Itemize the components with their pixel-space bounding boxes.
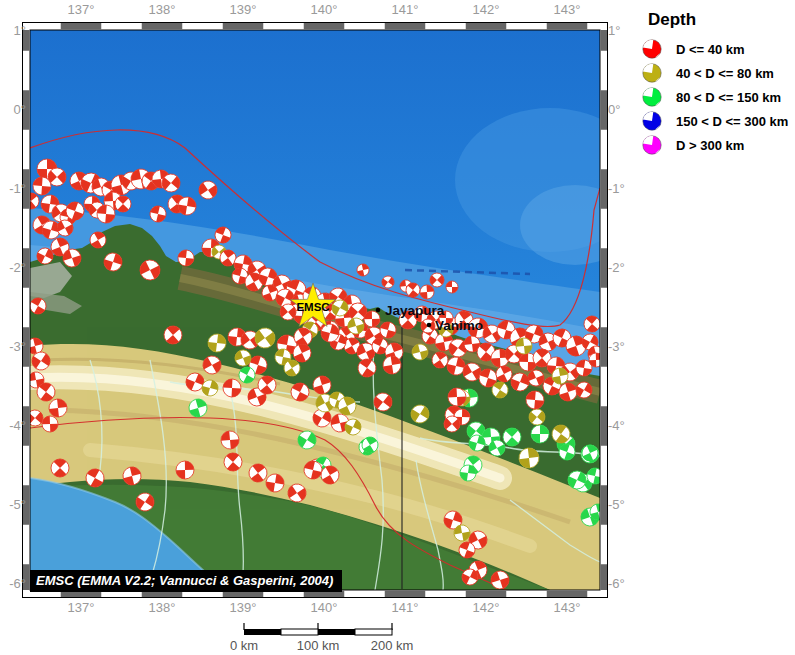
focal-mechanism [42, 416, 59, 433]
scale-label-100: 100 km [297, 638, 340, 653]
lon-tick-top: 142° [473, 2, 500, 17]
focal-mechanism [176, 461, 194, 479]
focal-mechanism [448, 388, 467, 407]
lat-tick-left: -5° [0, 497, 26, 512]
scale-label-0: 0 km [230, 638, 258, 653]
lat-tick-left: 0° [0, 102, 26, 117]
lon-tick-bottom: 143° [554, 600, 581, 615]
lat-tick-left: -1° [0, 181, 26, 196]
frame-segment [601, 327, 607, 367]
legend-item-label: D > 300 km [676, 138, 744, 153]
attribution-box: EMSC (EMMA V2.2; Vannucci & Gasperini, 2… [30, 570, 342, 592]
lon-tick-top: 139° [230, 2, 257, 17]
legend-item: D <= 40 km [638, 37, 795, 61]
frame-segment [466, 591, 507, 597]
depth-ball-icon [641, 38, 663, 60]
legend-title: Depth [648, 10, 795, 30]
lat-tick-right: 1° [608, 23, 642, 38]
depth-legend: Depth D <= 40 km40 < D <= 80 km80 < D <=… [638, 10, 795, 157]
frame-segment [466, 23, 507, 29]
frame-segment [385, 591, 426, 597]
legend-item: 40 < D <= 80 km [638, 61, 795, 85]
lat-tick-right: -4° [608, 418, 642, 433]
legend-item: 80 < D <= 150 km [638, 85, 795, 109]
lat-tick-right: -6° [608, 576, 642, 591]
lat-tick-left: -6° [0, 576, 26, 591]
lon-tick-bottom: 140° [311, 600, 338, 615]
legend-item-label: D <= 40 km [676, 42, 745, 57]
legend-item: 150 < D <= 300 km [638, 109, 795, 133]
lat-tick-right: 0° [608, 102, 642, 117]
scale-bar [235, 618, 405, 638]
lon-tick-bottom: 139° [230, 600, 257, 615]
frame-segment [601, 485, 607, 525]
map-canvas: EMSC Jayapura Vanimo [22, 22, 608, 598]
lon-tick-top: 141° [392, 2, 419, 17]
legend-item: D > 300 km [638, 133, 795, 157]
lon-tick-top: 137° [68, 2, 95, 17]
focal-mechanism [420, 285, 435, 300]
frame-segment [601, 169, 607, 209]
frame-segment [304, 23, 345, 29]
scale-segment [244, 629, 281, 635]
city-label-jayapura: Jayapura [385, 303, 445, 318]
frame-segment [601, 564, 607, 590]
legend-item-label: 150 < D <= 300 km [676, 114, 788, 129]
scale-label-200: 200 km [371, 638, 414, 653]
frame-segment [547, 23, 588, 29]
lon-tick-bottom: 141° [392, 600, 419, 615]
lon-tick-bottom: 142° [473, 600, 500, 615]
depth-ball-icon [641, 62, 663, 84]
lon-tick-top: 140° [311, 2, 338, 17]
frame-segment [601, 406, 607, 446]
city-label-vanimo: Vanimo [435, 318, 483, 333]
depth-ball-icon [641, 134, 663, 156]
city-dot-jayapura [376, 308, 381, 313]
frame-segment [385, 23, 426, 29]
focal-mechanism [223, 379, 242, 398]
lon-tick-bottom: 137° [68, 600, 95, 615]
frame-segment [601, 248, 607, 288]
legend-item-label: 80 < D <= 150 km [676, 90, 781, 105]
lat-tick-left: 1° [0, 23, 26, 38]
lat-tick-right: -2° [608, 260, 642, 275]
lat-tick-right: -3° [608, 339, 642, 354]
focal-mechanism [446, 281, 458, 293]
scale-segment [355, 629, 392, 635]
lon-tick-top: 143° [554, 2, 581, 17]
lat-tick-left: -4° [0, 418, 26, 433]
frame-segment [61, 23, 102, 29]
frame-segment [547, 591, 588, 597]
scale-segment [318, 629, 355, 635]
frame-segment [142, 23, 183, 29]
lon-tick-bottom: 138° [149, 600, 176, 615]
depth-ball-icon [641, 110, 663, 132]
lat-tick-left: -2° [0, 260, 26, 275]
legend-item-label: 40 < D <= 80 km [676, 66, 774, 81]
focal-mechanism [531, 425, 549, 443]
epicenter-label: EMSC [296, 301, 329, 313]
frame-segment [223, 23, 264, 29]
lat-tick-right: -5° [608, 497, 642, 512]
city-dot-vanimo [427, 323, 432, 328]
depth-ball-icon [641, 86, 663, 108]
frame-segment [601, 90, 607, 130]
lon-tick-top: 138° [149, 2, 176, 17]
frame-segment [601, 30, 607, 51]
legend-rows: D <= 40 km40 < D <= 80 km80 < D <= 150 k… [638, 37, 795, 157]
scale-segment [281, 629, 318, 635]
seismicity-map-page: EMSC Jayapura Vanimo 137°137°138°138°139… [0, 0, 795, 655]
lat-tick-left: -3° [0, 339, 26, 354]
lat-tick-right: -1° [608, 181, 642, 196]
